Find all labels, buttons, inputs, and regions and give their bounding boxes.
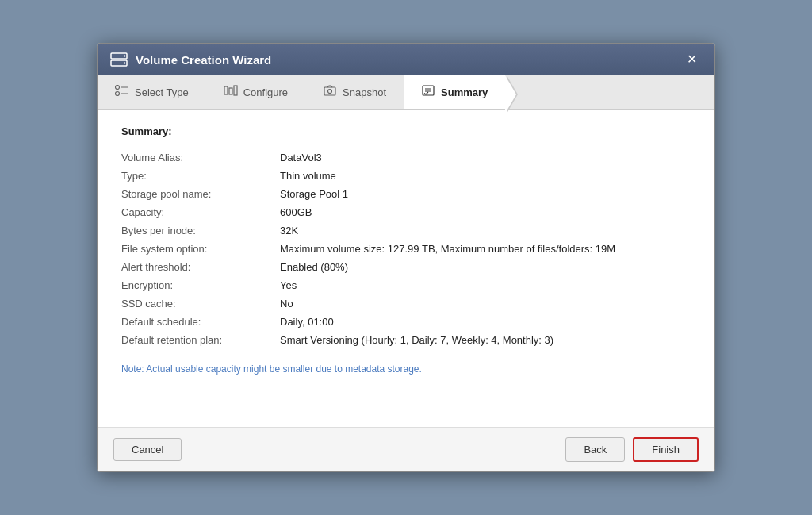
summary-row: File system option:Maximum volume size: … <box>121 240 691 258</box>
summary-field-label: Type: <box>121 167 280 185</box>
summary-row: Volume Alias:DataVol3 <box>121 148 691 167</box>
summary-field-label: Alert threshold: <box>121 258 280 276</box>
summary-field-value: Daily, 01:00 <box>280 313 691 331</box>
summary-row: Default schedule:Daily, 01:00 <box>121 313 691 331</box>
summary-field-value: No <box>280 294 691 313</box>
summary-note: Note: Actual usable capacity might be sm… <box>121 363 691 375</box>
summary-field-value: 32K <box>280 221 691 240</box>
step-snapshot[interactable]: Snapshot <box>305 75 404 109</box>
summary-field-value: 600GB <box>280 203 691 221</box>
svg-point-4 <box>116 86 120 90</box>
dialog-title: Volume Creation Wizard <box>136 53 271 67</box>
step-select-type[interactable]: Select Type <box>98 75 206 109</box>
summary-field-label: File system option: <box>121 240 280 258</box>
back-button[interactable]: Back <box>565 437 625 462</box>
svg-rect-8 <box>224 86 228 94</box>
svg-point-3 <box>124 62 125 63</box>
summary-row: SSD cache:No <box>121 294 691 313</box>
summary-field-value: Storage Pool 1 <box>280 185 691 203</box>
svg-point-5 <box>116 92 120 96</box>
summary-field-value: Thin volume <box>280 167 691 185</box>
summary-row: Capacity:600GB <box>121 203 691 221</box>
summary-field-label: SSD cache: <box>121 294 280 313</box>
step-summary[interactable]: Summary <box>404 75 505 109</box>
summary-field-label: Capacity: <box>121 203 280 221</box>
summary-row: Storage pool name:Storage Pool 1 <box>121 185 691 203</box>
summary-field-value: Yes <box>280 276 691 294</box>
summary-row: Bytes per inode:32K <box>121 221 691 240</box>
summary-field-label: Storage pool name: <box>121 185 280 203</box>
summary-row: Encryption:Yes <box>121 276 691 294</box>
summary-field-value: Smart Versioning (Hourly: 1, Daily: 7, W… <box>280 331 691 349</box>
summary-table: Volume Alias:DataVol3Type:Thin volumeSto… <box>121 148 691 349</box>
summary-field-value: Enabled (80%) <box>280 258 691 276</box>
step-snapshot-label: Snapshot <box>343 86 386 98</box>
summary-field-label: Volume Alias: <box>121 148 280 167</box>
summary-field-label: Encryption: <box>121 276 280 294</box>
close-button[interactable]: ✕ <box>682 52 702 67</box>
configure-icon <box>224 85 238 99</box>
volume-creation-wizard-dialog: Volume Creation Wizard ✕ Select Type <box>97 43 715 472</box>
summary-row: Type:Thin volume <box>121 167 691 185</box>
svg-rect-11 <box>324 87 335 95</box>
summary-field-value: Maximum volume size: 127.99 TB, Maximum … <box>280 240 691 258</box>
dialog-footer: Cancel Back Finish <box>98 427 714 471</box>
select-type-icon <box>115 85 129 99</box>
step-configure[interactable]: Configure <box>206 75 305 109</box>
summary-field-label: Default retention plan: <box>121 331 280 349</box>
step-configure-label: Configure <box>243 86 288 98</box>
summary-field-value: DataVol3 <box>280 148 691 167</box>
summary-field-label: Bytes per inode: <box>121 221 280 240</box>
svg-point-12 <box>328 90 332 94</box>
step-select-type-label: Select Type <box>135 86 189 98</box>
dialog-body: Summary: Volume Alias:DataVol3Type:Thin … <box>98 110 714 427</box>
summary-icon <box>421 85 435 99</box>
wizard-steps: Select Type Configure Snapshot <box>98 75 714 110</box>
dialog-header: Volume Creation Wizard ✕ <box>98 44 714 75</box>
svg-rect-10 <box>234 86 237 95</box>
dialog-header-left: Volume Creation Wizard <box>110 52 271 67</box>
footer-right: Back Finish <box>565 437 699 462</box>
cancel-button[interactable]: Cancel <box>113 438 182 461</box>
svg-point-2 <box>124 55 125 56</box>
summary-field-label: Default schedule: <box>121 313 280 331</box>
server-icon <box>110 52 128 67</box>
summary-row: Default retention plan:Smart Versioning … <box>121 331 691 349</box>
step-summary-label: Summary <box>441 86 488 98</box>
summary-title: Summary: <box>121 125 691 137</box>
finish-button[interactable]: Finish <box>633 437 699 462</box>
svg-rect-9 <box>229 88 232 94</box>
summary-row: Alert threshold:Enabled (80%) <box>121 258 691 276</box>
snapshot-icon <box>323 85 337 99</box>
